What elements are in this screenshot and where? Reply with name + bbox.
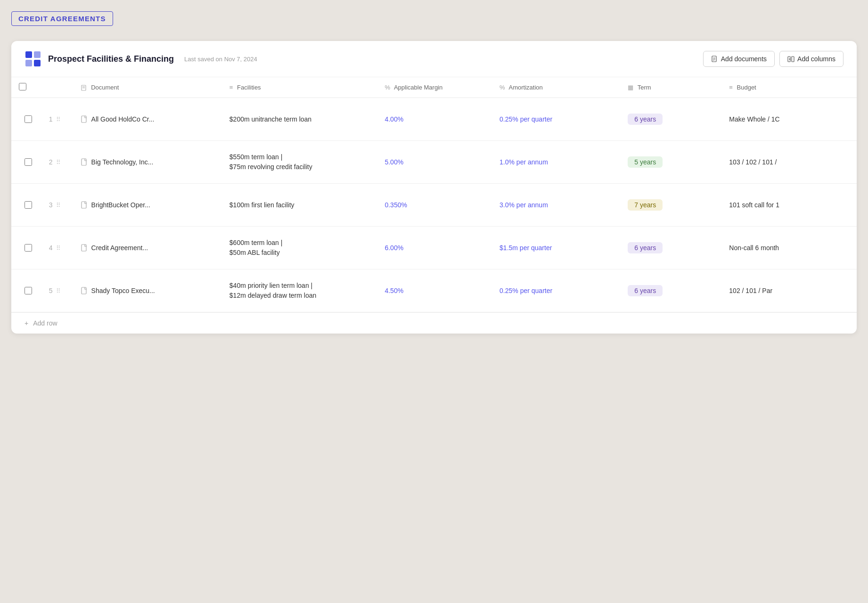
budget-value-3: 101 soft call for 1 [729,201,779,209]
th-margin: % Applicable Margin [377,77,492,98]
row-number-4: 4 [49,244,53,252]
amort-value-4: $1.5m per quarter [500,244,552,252]
svg-rect-16 [82,159,86,165]
row-number-1: 1 [49,115,53,123]
plus-icon: + [25,319,28,327]
row-drag-cell: 2 ⠿ [45,141,74,184]
facilities-value-4: $600m term loan |$50m ABL facility [229,238,283,258]
row-term-cell-4: 6 years [620,227,721,269]
row-checkbox-3[interactable] [25,201,32,209]
facilities-col-icon: ≡ [229,84,233,91]
row-checkbox-1[interactable] [25,115,32,123]
card-header: Prospect Facilities & Financing Last sav… [11,41,857,77]
row-checkbox-2[interactable] [25,158,32,166]
term-badge-4: 6 years [628,242,663,253]
svg-rect-17 [82,202,86,208]
document-name-5[interactable]: Shady Topco Execu... [81,287,155,294]
amort-value-5: 0.25% per quarter [500,287,552,294]
row-drag-cell: 5 ⠿ [45,269,74,312]
svg-rect-3 [34,60,41,66]
table-row: 3 ⠿ BrightBucket Oper... $100m first lie… [11,184,857,227]
row-term-cell-3: 7 years [620,184,721,227]
facilities-value-1: $200m unitranche term loan [229,114,311,124]
term-col-icon: ▦ [628,84,633,91]
drag-handle-5[interactable]: ⠿ [56,287,61,294]
th-amortization: % Amortization [492,77,620,98]
th-amortization-label: Amortization [509,84,543,91]
row-facilities-cell-3: $100m first lien facility [222,184,377,227]
document-name-3[interactable]: BrightBucket Oper... [81,201,150,209]
add-row-button[interactable]: + Add row [11,312,857,334]
svg-rect-19 [82,287,86,294]
row-document-cell-1: All Good HoldCo Cr... [74,98,222,141]
add-doc-icon [711,56,718,63]
margin-value-3: 0.350% [385,201,407,209]
margin-value-4: 6.00% [385,244,403,252]
svg-rect-9 [792,57,794,62]
th-drag [45,77,74,98]
table-row: 1 ⠿ All Good HoldCo Cr... $200m unitranc… [11,98,857,141]
drag-handle-4[interactable]: ⠿ [56,244,61,252]
th-term: ▦ Term [620,77,721,98]
row-margin-cell-3: 0.350% [377,184,492,227]
row-drag-cell: 1 ⠿ [45,98,74,141]
row-document-cell-4: Credit Agreement... [74,227,222,269]
row-term-cell-1: 6 years [620,98,721,141]
page-title-badge: CREDIT AGREEMENTS [11,11,113,26]
facilities-value-5: $40m priority lien term loan |$12m delay… [229,281,316,301]
row-amort-cell-4: $1.5m per quarter [492,227,620,269]
row-select-cell [11,98,45,141]
budget-value-2: 103 / 102 / 101 / [729,158,777,166]
document-name-4[interactable]: Credit Agreement... [81,244,148,252]
card-header-actions: Add documents Add columns [703,51,843,67]
add-columns-label: Add columns [797,55,835,63]
svg-rect-1 [34,51,41,58]
margin-value-2: 5.00% [385,158,403,166]
data-table: Document ≡ Facilities % Applicable Margi… [11,77,857,312]
row-budget-cell-4: Non-call 6 month [721,227,857,269]
file-icon-2 [81,158,88,166]
select-all-checkbox[interactable] [19,83,26,90]
row-margin-cell-5: 4.50% [377,269,492,312]
card-logo-icon [25,50,41,67]
add-row-label: Add row [33,319,57,327]
svg-rect-0 [25,51,32,58]
add-documents-label: Add documents [721,55,767,63]
budget-value-5: 102 / 101 / Par [729,287,772,294]
drag-handle-2[interactable]: ⠿ [56,159,61,166]
row-budget-cell-3: 101 soft call for 1 [721,184,857,227]
row-checkbox-5[interactable] [25,287,32,294]
file-icon-1 [81,115,88,123]
file-icon-5 [81,287,88,294]
th-term-label: Term [638,84,651,91]
th-budget-label: Budget [737,84,756,91]
row-select-cell [11,269,45,312]
row-document-cell-5: Shady Topco Execu... [74,269,222,312]
row-budget-cell-2: 103 / 102 / 101 / [721,141,857,184]
row-drag-cell: 3 ⠿ [45,184,74,227]
row-number-5: 5 [49,287,53,294]
th-facilities: ≡ Facilities [222,77,377,98]
add-columns-button[interactable]: Add columns [779,51,843,67]
document-name-2[interactable]: Big Technology, Inc... [81,158,154,166]
drag-handle-1[interactable]: ⠿ [56,116,61,123]
row-facilities-cell-2: $550m term loan |$75m revolving credit f… [222,141,377,184]
row-term-cell-2: 5 years [620,141,721,184]
term-badge-2: 5 years [628,156,663,168]
budget-value-4: Non-call 6 month [729,244,779,252]
row-checkbox-4[interactable] [25,244,32,252]
document-name-1[interactable]: All Good HoldCo Cr... [81,115,155,123]
file-icon-4 [81,244,88,252]
budget-value-1: Make Whole / 1C [729,115,779,123]
th-budget: ≡ Budget [721,77,857,98]
margin-value-5: 4.50% [385,287,403,294]
row-margin-cell-4: 6.00% [377,227,492,269]
th-facilities-label: Facilities [237,84,261,91]
table-row: 2 ⠿ Big Technology, Inc... $550m term lo… [11,141,857,184]
svg-rect-15 [82,116,86,122]
row-budget-cell-1: Make Whole / 1C [721,98,857,141]
amort-value-1: 0.25% per quarter [500,115,552,123]
term-badge-5: 6 years [628,285,663,296]
add-documents-button[interactable]: Add documents [703,51,775,67]
drag-handle-3[interactable]: ⠿ [56,202,61,209]
